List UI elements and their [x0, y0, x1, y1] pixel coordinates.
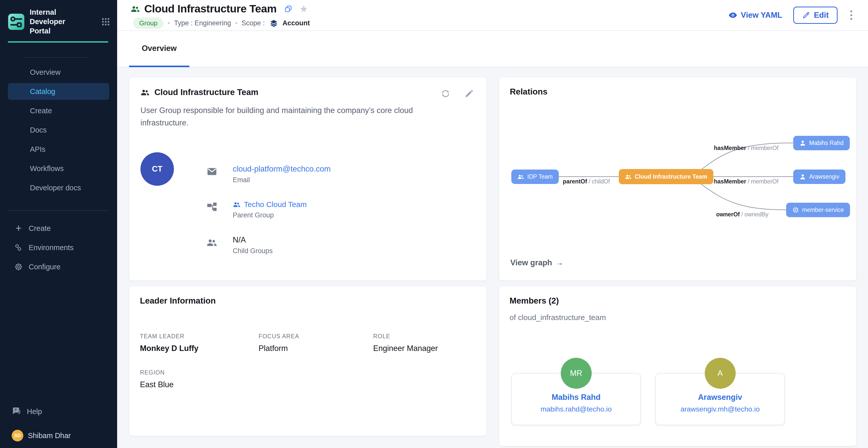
member-email-link[interactable]: mabihs.rahd@techo.io	[512, 405, 640, 413]
gear-icon	[14, 262, 23, 271]
edge-label-hasmember-top: hasMember/memberOf	[714, 145, 778, 152]
group-icon	[141, 88, 150, 97]
main-area: Cloud Infrastructure Team ★ Group • Type…	[117, 0, 868, 448]
parent-group-label: Parent Group	[233, 211, 307, 219]
kind-badge: Group	[133, 18, 163, 29]
user-avatar: SD	[12, 430, 23, 441]
sidebar-action-configure[interactable]: Configure	[8, 258, 109, 275]
sidebar-action-label: Create	[29, 224, 51, 233]
group-icon	[130, 4, 140, 14]
svg-text:?: ?	[14, 408, 17, 412]
node-label: member-service	[802, 206, 844, 213]
email-row: cloud-platform@techco.com Email	[206, 164, 331, 184]
sidebar-divider	[8, 210, 108, 211]
sidebar-action-create[interactable]: + Create	[8, 220, 109, 237]
app-window: Internal Developer Portal Overview Catal…	[0, 0, 868, 448]
user-menu[interactable]: SD Shibam Dhar	[12, 430, 117, 441]
type-label: Type : Engineering	[174, 19, 231, 27]
mail-icon	[206, 166, 218, 177]
sidebar-item-create[interactable]: Create	[8, 102, 109, 119]
scope-label: Scope :	[242, 19, 265, 27]
member-name-link[interactable]: Mabihs Rahd	[512, 393, 640, 402]
relations-graph: IDP Team Cloud Infrastructure Team	[499, 77, 857, 281]
edge-label-hasmember-mid: hasMember/memberOf	[714, 178, 778, 185]
meta-separator: •	[235, 19, 238, 27]
sidebar-action-environments[interactable]: Environments	[8, 239, 109, 256]
leader-information-card: Leader Information TEAM LEADER Monkey D …	[129, 286, 487, 436]
graph-node-arawsengiv[interactable]: Arawsengiv	[793, 169, 845, 184]
graph-node-cloud-infrastructure-team[interactable]: Cloud Infrastructure Team	[619, 169, 713, 184]
member-name-link[interactable]: Arawsengiv	[656, 393, 784, 402]
edge-label-ownerof: ownerOf/ownedBy	[716, 211, 768, 218]
sidebar-action-label: Environments	[29, 244, 73, 252]
child-groups-label: Child Groups	[233, 247, 273, 255]
tab-overview[interactable]: Overview	[129, 31, 189, 67]
graph-node-idp-team[interactable]: IDP Team	[511, 169, 559, 184]
scope-value: Account	[282, 19, 310, 27]
page-title: Cloud Infrastructure Team	[144, 3, 277, 15]
group-icon	[233, 200, 241, 209]
edit-pencil-icon[interactable]	[464, 89, 474, 98]
sidebar-item-developer-docs[interactable]: Developer docs	[8, 180, 109, 196]
sidebar-item-workflows[interactable]: Workflows	[8, 160, 109, 177]
title-block: Cloud Infrastructure Team ★ Group • Type…	[130, 2, 310, 29]
parent-group-link[interactable]: Techo Cloud Team	[233, 200, 307, 209]
leader-fields: TEAM LEADER Monkey D Luffy FOCUS AREA Pl…	[140, 333, 476, 389]
help-chat-icon: ?	[12, 407, 22, 417]
team-email-link[interactable]: cloud-platform@techco.com	[233, 164, 331, 173]
help-button[interactable]: ? Help	[12, 404, 117, 419]
hexagons-icon	[14, 243, 23, 252]
member-card: A Arawsengiv arawsengiv.mh@techo.io	[655, 373, 785, 425]
service-chip-icon	[792, 206, 799, 213]
members-subtitle: of cloud_infrastructure_team	[509, 313, 846, 322]
parent-group-name: Techo Cloud Team	[244, 200, 307, 209]
node-label: Cloud Infrastructure Team	[635, 173, 707, 180]
apps-grid-icon[interactable]	[101, 18, 110, 26]
sidebar-nav: Overview Catalog Create Docs APIs Workfl…	[0, 61, 117, 199]
team-card-title: Cloud Infrastructure Team	[154, 88, 258, 97]
pencil-icon	[802, 11, 810, 19]
entity-meta-row: Group • Type : Engineering • Scope : Acc…	[133, 18, 310, 29]
field-focus-area: FOCUS AREA Platform	[258, 333, 373, 353]
member-card: MR Mabihs Rahd mabihs.rahd@techo.io	[511, 373, 641, 425]
sidebar-item-docs[interactable]: Docs	[8, 122, 109, 138]
members-card: Members (2) of cloud_infrastructure_team…	[499, 286, 857, 446]
plus-icon: +	[14, 224, 23, 233]
view-yaml-button[interactable]: View YAML	[728, 11, 782, 20]
sidebar-item-overview[interactable]: Overview	[8, 64, 109, 81]
sidebar-secondary-nav: + Create Environments	[0, 217, 117, 278]
brand-title: Internal Developer Portal	[30, 8, 88, 36]
more-options-menu-icon[interactable]	[849, 9, 854, 22]
sidebar-item-catalog[interactable]: Catalog	[8, 83, 109, 100]
layers-icon	[270, 19, 278, 27]
team-avatar: CT	[141, 152, 174, 186]
sidebar-divider	[24, 57, 89, 58]
edit-button[interactable]: Edit	[793, 7, 838, 24]
page-header: Cloud Infrastructure Team ★ Group • Type…	[117, 0, 868, 31]
content-grid: Cloud Infrastructure Team User Group res…	[117, 67, 868, 446]
favorite-star-icon[interactable]: ★	[300, 4, 308, 14]
eye-icon	[728, 11, 738, 20]
people-icon	[625, 173, 632, 180]
brand-underline	[8, 41, 108, 42]
sidebar-item-apis[interactable]: APIs	[8, 141, 109, 158]
leader-card-title: Leader Information	[140, 296, 476, 306]
member-email-link[interactable]: arawsengiv.mh@techo.io	[656, 405, 784, 413]
child-groups-value: N/A	[233, 235, 273, 245]
header-actions: View YAML Edit	[728, 7, 854, 24]
child-groups-row: N/A Child Groups	[206, 235, 331, 255]
person-icon	[799, 173, 806, 180]
email-label: Email	[233, 176, 331, 184]
refresh-icon[interactable]	[441, 89, 450, 98]
node-label: IDP Team	[527, 173, 553, 180]
parent-group-row: Techo Cloud Team Parent Group	[206, 200, 331, 219]
copy-icon[interactable]	[284, 5, 292, 13]
hierarchy-icon	[206, 202, 218, 213]
meta-separator: •	[167, 19, 170, 27]
team-description: User Group responsible for building and …	[141, 104, 419, 129]
graph-node-mabihs-rahd[interactable]: Mabihs Rahd	[793, 136, 850, 150]
view-yaml-label: View YAML	[741, 11, 782, 20]
people-icon	[206, 237, 218, 248]
view-graph-link[interactable]: View graph →	[510, 258, 563, 267]
graph-node-member-service[interactable]: member-service	[786, 203, 850, 217]
